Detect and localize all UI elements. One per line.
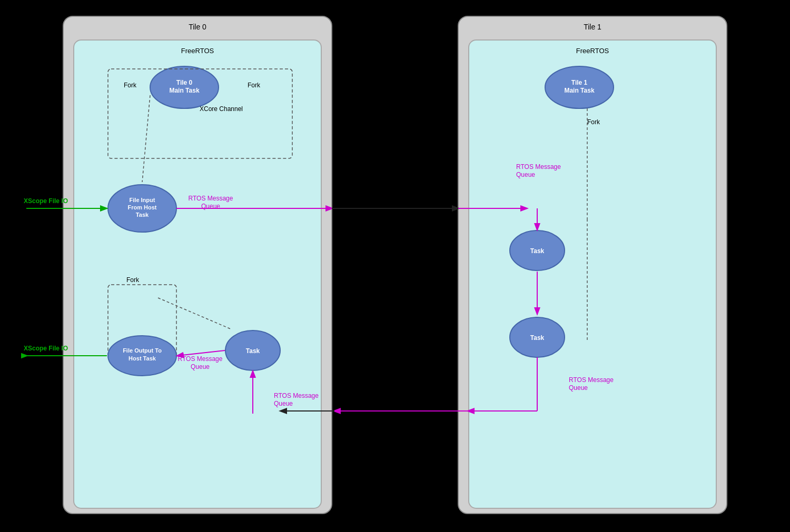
svg-point-51 (545, 66, 614, 108)
svg-rect-3 (469, 40, 716, 508)
svg-text:Task: Task (530, 247, 545, 255)
svg-text:RTOS Message: RTOS Message (189, 195, 233, 202)
svg-rect-27 (108, 285, 176, 358)
svg-text:xSwitch: xSwitch (359, 23, 384, 31)
svg-text:XScope File IO: XScope File IO (24, 197, 68, 205)
svg-text:Fork: Fork (124, 82, 137, 89)
svg-text:RTOS: RTOS (362, 397, 381, 405)
svg-text:Fork: Fork (126, 276, 140, 284)
svg-text:Tile 0: Tile 0 (176, 79, 193, 86)
svg-point-17 (108, 185, 176, 232)
svg-rect-2 (458, 16, 727, 514)
svg-text:File Output To: File Output To (123, 347, 162, 354)
svg-point-64 (510, 317, 565, 357)
svg-text:Queue: Queue (516, 171, 535, 178)
svg-point-9 (150, 66, 219, 108)
svg-line-16 (142, 95, 150, 182)
svg-text:Fork: Fork (248, 82, 261, 89)
svg-line-38 (158, 298, 232, 329)
svg-point-60 (510, 230, 565, 270)
svg-text:Task: Task (136, 212, 149, 218)
svg-text:FreeRTOS: FreeRTOS (181, 47, 214, 55)
svg-text:RTOS Message: RTOS Message (274, 392, 319, 399)
svg-text:Tile 1: Tile 1 (571, 79, 588, 86)
svg-text:Main Task: Main Task (169, 87, 199, 94)
svg-text:XScope File IO: XScope File IO (24, 345, 68, 352)
svg-text:From Host: From Host (128, 204, 157, 210)
svg-rect-12 (108, 69, 292, 158)
svg-text:Host Task: Host Task (129, 355, 156, 362)
svg-point-33 (225, 330, 280, 370)
svg-text:Channel: Channel (359, 413, 384, 420)
svg-text:RTOS Message: RTOS Message (569, 376, 614, 384)
svg-line-35 (177, 350, 225, 356)
svg-text:Tile 0: Tile 0 (189, 23, 206, 31)
diagram-container: Tile 0 FreeRTOS xSwitch Tile 1 FreeRTOS … (0, 0, 790, 532)
svg-text:Inter-tile: Inter-tile (359, 202, 384, 210)
svg-text:Queue: Queue (569, 384, 588, 392)
svg-text:Queue: Queue (191, 363, 210, 370)
svg-text:Channel: Channel (359, 210, 384, 218)
svg-text:RTOS Message: RTOS Message (178, 355, 223, 363)
svg-text:RTOS Message: RTOS Message (516, 163, 561, 170)
svg-text:Fork: Fork (587, 118, 600, 126)
svg-text:Inter-tile: Inter-tile (359, 405, 384, 413)
svg-point-28 (108, 336, 176, 376)
svg-text:Task: Task (246, 347, 260, 355)
svg-text:Queue: Queue (201, 203, 220, 210)
svg-text:Task: Task (530, 334, 545, 342)
svg-text:XCore Channel: XCore Channel (200, 105, 243, 113)
svg-rect-1 (74, 40, 321, 508)
svg-text:FreeRTOS: FreeRTOS (576, 47, 609, 55)
svg-text:Queue: Queue (274, 400, 293, 407)
svg-text:Tile 1: Tile 1 (584, 23, 601, 31)
svg-rect-0 (63, 16, 332, 514)
svg-text:Main Task: Main Task (564, 87, 594, 94)
svg-text:File Input: File Input (130, 197, 155, 203)
svg-text:RTOS: RTOS (362, 194, 381, 202)
